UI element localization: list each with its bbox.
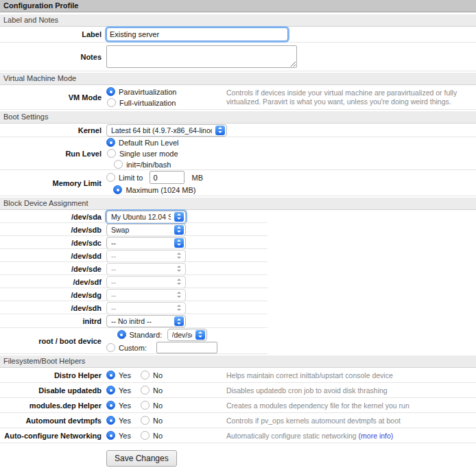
auto-configure-networking-row: Auto-configure Networking Yes No Automat… <box>0 428 476 443</box>
dev-sdf-row: /dev/sdf -- <box>0 275 476 288</box>
dev-sda-select[interactable]: My Ubuntu 12.04 Server <box>106 211 186 223</box>
automount-devtmpfs-label: Automount devtmpfs <box>0 417 102 425</box>
section-heading-label-and-notes: Label and Notes <box>0 14 476 27</box>
run-level-single-user-label: Single user mode <box>119 150 178 158</box>
select-arrows-icon <box>174 316 184 326</box>
no-label: No <box>153 432 163 440</box>
root-custom-radio[interactable] <box>106 343 115 352</box>
dev-sdc-label: /dev/sdc <box>0 239 102 247</box>
root-standard-select[interactable]: /dev/sda <box>167 329 207 341</box>
run-level-init-bash-label: init=/bin/bash <box>126 161 171 169</box>
yes-label: Yes <box>119 401 131 410</box>
distro-helper-no-radio[interactable] <box>141 371 150 379</box>
notes-textarea[interactable] <box>106 45 297 68</box>
modules-dep-label: modules.dep Helper <box>0 401 102 410</box>
vm-mode-row: VM Mode Paravirtualization Full-virtuali… <box>0 85 476 110</box>
more-info-link[interactable]: (more info) <box>359 431 394 439</box>
disable-updatedb-label: Disable updatedb <box>0 386 102 395</box>
automount-devtmpfs-no-radio[interactable] <box>141 416 150 425</box>
automount-devtmpfs-row: Automount devtmpfs Yes No Controls if pv… <box>0 413 476 428</box>
section-heading-block-devices: Block Device Assignment <box>0 198 476 210</box>
vm-mode-help-text: Controls if devices inside your virtual … <box>226 89 475 106</box>
vm-mode-paravirtualization-label: Paravirtualization <box>119 88 176 96</box>
disable-updatedb-yes-radio[interactable] <box>106 386 115 395</box>
select-arrows-icon <box>174 238 184 248</box>
run-level-default-label: Default Run Level <box>119 139 178 147</box>
memory-limit-unit: MB <box>191 174 203 182</box>
dev-sdf-label: /dev/sdf <box>0 278 102 286</box>
no-label: No <box>153 371 163 379</box>
configuration-profile-page: Configuration Profile Label and Notes La… <box>0 0 476 467</box>
automount-devtmpfs-yes-radio[interactable] <box>106 416 115 425</box>
dev-sde-row: /dev/sde -- <box>0 262 476 275</box>
dev-sdb-select[interactable]: Swap <box>106 224 186 236</box>
disable-updatedb-row: Disable updatedb Yes No Disables updated… <box>0 383 476 398</box>
run-level-default-radio[interactable] <box>106 138 115 147</box>
dev-sda-row: /dev/sda My Ubuntu 12.04 Server <box>0 210 476 223</box>
vm-mode-paravirtualization-radio[interactable] <box>106 87 115 96</box>
select-arrows-icon <box>195 330 205 340</box>
root-custom-input[interactable] <box>156 342 217 353</box>
select-arrows-icon <box>174 212 184 222</box>
select-arrows-icon <box>174 264 184 274</box>
modules-dep-no-radio[interactable] <box>141 401 150 410</box>
distro-helper-yes-radio[interactable] <box>106 371 115 379</box>
dev-sdd-label: /dev/sdd <box>0 252 102 260</box>
auto-configure-networking-no-radio[interactable] <box>141 431 150 440</box>
dev-sdb-row: /dev/sdb Swap <box>0 223 476 236</box>
dev-sde-select: -- <box>106 263 186 275</box>
yes-label: Yes <box>119 371 131 379</box>
dev-sdc-row: /dev/sdc -- <box>0 236 476 249</box>
dev-sdf-select: -- <box>106 276 186 288</box>
select-arrows-icon <box>215 126 225 135</box>
save-changes-button[interactable]: Save Changes <box>106 450 177 467</box>
dev-sdh-row: /dev/sdh -- <box>0 301 476 314</box>
kernel-selected-value: Latest 64 bit (4.9.7-x86_64-linode80) <box>111 126 212 134</box>
run-level-row: Run Level Default Run Level Single user … <box>0 137 476 170</box>
memory-limit-to-radio[interactable] <box>106 173 115 182</box>
initrd-label: initrd <box>0 317 102 325</box>
root-boot-device-label: root / boot device <box>0 337 102 345</box>
no-label: No <box>153 401 163 410</box>
initrd-select[interactable]: -- No initrd -- <box>106 315 186 327</box>
memory-maximum-radio[interactable] <box>113 185 122 194</box>
distro-helper-label: Distro Helper <box>0 371 102 379</box>
section-heading-helpers: Filesystem/Boot Helpers <box>0 355 476 368</box>
no-label: No <box>153 386 163 395</box>
vm-mode-full-virtualization-radio[interactable] <box>107 98 116 107</box>
vm-mode-label: VM Mode <box>0 93 102 102</box>
distro-helper-row: Distro Helper Yes No Helps maintain corr… <box>0 368 476 383</box>
auto-configure-networking-yes-radio[interactable] <box>106 431 115 440</box>
auto-configure-networking-label: Auto-configure Networking <box>0 432 102 440</box>
memory-limit-input[interactable] <box>150 171 185 184</box>
yes-label: Yes <box>119 386 131 395</box>
dev-sdc-select[interactable]: -- <box>106 237 186 249</box>
initrd-row: initrd -- No initrd -- <box>0 314 476 328</box>
modules-dep-row: modules.dep Helper Yes No Creates a modu… <box>0 398 476 413</box>
dev-sda-label: /dev/sda <box>0 213 102 221</box>
root-standard-radio[interactable] <box>117 330 126 339</box>
root-boot-device-row: root / boot device Standard: /dev/sda Cu… <box>0 328 476 354</box>
memory-limit-to-label: Limit to <box>119 174 143 182</box>
section-heading-vm-mode: Virtual Machine Mode <box>0 73 476 85</box>
no-label: No <box>153 417 163 425</box>
yes-label: Yes <box>119 432 131 440</box>
kernel-select[interactable]: Latest 64 bit (4.9.7-x86_64-linode80) <box>106 124 227 137</box>
select-arrows-icon <box>174 277 184 287</box>
label-field-label: Label <box>0 30 102 38</box>
automount-devtmpfs-help-text: Controls if pv_ops kernels automount dev… <box>226 416 401 425</box>
memory-maximum-label: Maximum (1024 MB) <box>126 186 195 194</box>
notes-row: Notes <box>0 43 476 71</box>
run-level-single-user-radio[interactable] <box>107 149 116 158</box>
run-level-init-bash-radio[interactable] <box>114 160 123 169</box>
label-input[interactable] <box>106 27 288 41</box>
select-arrows-icon <box>174 303 184 313</box>
distro-helper-help-text: Helps maintain correct inittab/upstart c… <box>226 371 393 379</box>
section-heading-boot-settings: Boot Settings <box>0 111 476 124</box>
modules-dep-yes-radio[interactable] <box>106 401 115 410</box>
dev-sdd-select: -- <box>106 250 186 262</box>
dev-sdg-select: -- <box>106 289 186 301</box>
save-row: Save Changes <box>0 443 476 467</box>
disable-updatedb-no-radio[interactable] <box>141 386 150 395</box>
kernel-label: Kernel <box>0 126 102 134</box>
